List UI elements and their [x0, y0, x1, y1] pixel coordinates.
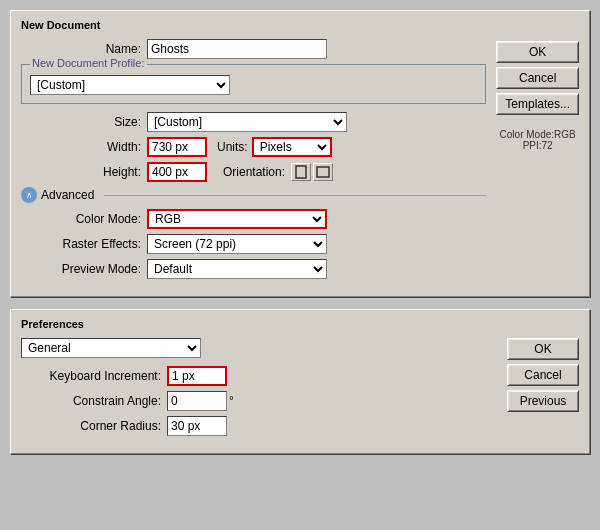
color-mode-select[interactable]: RGB CMYK Grayscale	[147, 209, 327, 229]
constrain-angle-input[interactable]	[167, 391, 227, 411]
size-label: Size:	[21, 115, 141, 129]
units-label: Units:	[217, 140, 248, 154]
advanced-label: Advanced	[41, 188, 94, 202]
new-document-title: New Document	[21, 19, 579, 31]
width-input[interactable]	[147, 137, 207, 157]
raster-select[interactable]: Screen (72 ppi) Medium (150 ppi) High (3…	[147, 234, 327, 254]
pref-cancel-button[interactable]: Cancel	[507, 364, 579, 386]
new-doc-ok-button[interactable]: OK	[496, 41, 579, 63]
new-document-dialog: New Document Name: New Document Profile:…	[10, 10, 590, 297]
raster-label: Raster Effects:	[21, 237, 141, 251]
name-label: Name:	[21, 42, 141, 56]
orientation-label: Orientation:	[223, 165, 285, 179]
keyboard-increment-input[interactable]	[167, 366, 227, 386]
keyboard-increment-label: Keyboard Increment:	[21, 369, 161, 383]
new-doc-cancel-button[interactable]: Cancel	[496, 67, 579, 89]
size-select[interactable]: [Custom]	[147, 112, 347, 132]
pref-buttons: OK Cancel Previous	[497, 338, 579, 441]
height-label: Height:	[21, 165, 141, 179]
profile-group-label: New Document Profile:	[30, 57, 147, 69]
preview-select[interactable]: Default Pixel Overprint	[147, 259, 327, 279]
constrain-angle-label: Constrain Angle:	[21, 394, 161, 408]
svg-rect-0	[296, 166, 306, 178]
width-label: Width:	[21, 140, 141, 154]
portrait-button[interactable]	[291, 163, 311, 181]
preview-label: Preview Mode:	[21, 262, 141, 276]
pref-ok-button[interactable]: OK	[507, 338, 579, 360]
preferences-dialog: Preferences General Keyboard Increment: …	[10, 309, 590, 454]
corner-radius-input[interactable]	[167, 416, 227, 436]
svg-rect-1	[317, 167, 329, 177]
corner-radius-label: Corner Radius:	[21, 419, 161, 433]
chevron-up-icon: ∧	[21, 187, 37, 203]
preferences-title: Preferences	[21, 318, 579, 330]
landscape-button[interactable]	[313, 163, 333, 181]
color-info: Color Mode:RGB PPI:72	[496, 129, 579, 151]
new-doc-buttons: OK Cancel Templates... Color Mode:RGB PP…	[486, 39, 579, 284]
degree-symbol: °	[229, 394, 234, 408]
height-input[interactable]	[147, 162, 207, 182]
advanced-toggle[interactable]: ∧ Advanced	[21, 187, 486, 203]
orientation-buttons	[291, 163, 333, 181]
name-input[interactable]	[147, 39, 327, 59]
previous-button[interactable]: Previous	[507, 390, 579, 412]
general-select[interactable]: General	[21, 338, 201, 358]
color-mode-label: Color Mode:	[21, 212, 141, 226]
units-select[interactable]: Pixels Inches Centimeters	[252, 137, 332, 157]
profile-select[interactable]: [Custom]	[30, 75, 230, 95]
templates-button[interactable]: Templates...	[496, 93, 579, 115]
profile-group: New Document Profile: [Custom]	[21, 64, 486, 104]
